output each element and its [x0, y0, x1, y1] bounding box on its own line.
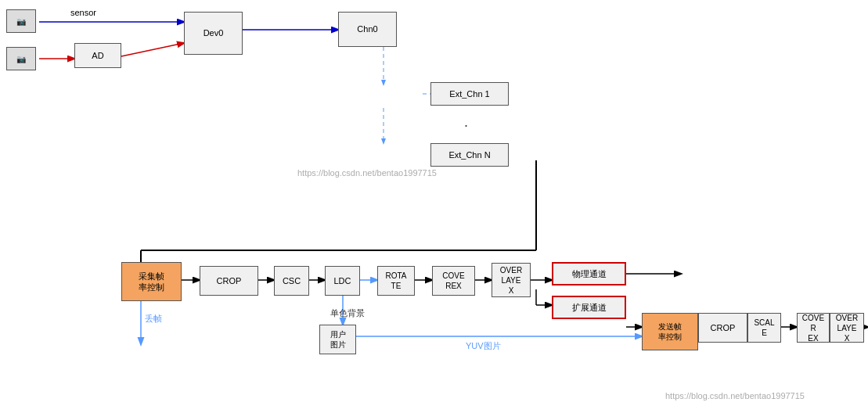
sensor-icon-1: 📷	[6, 9, 36, 33]
physical-channel-box: 物理通道	[552, 262, 626, 286]
svg-line-1	[121, 43, 184, 56]
ext-chnN-box: Ext_Chn N	[430, 143, 509, 167]
yuv-pic-label: YUV图片	[466, 340, 501, 352]
ldc-box: LDC	[325, 266, 360, 296]
user-pic-box: 用户 图片	[319, 325, 356, 354]
diagram-container: 📷 📷 AD Dev0 Chn0 sensor Ext_Chn 1 · Ext_…	[0, 0, 868, 413]
expand-channel-box: 扩展通道	[552, 296, 626, 319]
overlaye-x2-box: OVER LAYE X	[830, 313, 864, 343]
crop2-box: CROP	[698, 313, 747, 343]
crop1-box: CROP	[200, 266, 258, 296]
watermark-bottom: https://blog.csdn.net/bentao1997715	[665, 391, 805, 400]
dot-separator: ·	[464, 117, 468, 134]
mono-bg-label: 单色背景	[330, 307, 365, 319]
dev0-box: Dev0	[184, 12, 243, 55]
watermark-top: https://blog.csdn.net/bentao1997715	[297, 168, 437, 178]
chn0-box: Chn0	[338, 12, 397, 47]
csc-box: CSC	[274, 266, 309, 296]
rotate-box: ROTA TE	[377, 266, 415, 296]
sensor-icon-2: 📷	[6, 47, 36, 70]
sensor-label: sensor	[70, 8, 96, 17]
ext-chn1-box: Ext_Chn 1	[430, 82, 509, 106]
drop-frame-label: 丢帧	[145, 313, 162, 325]
cove-rex-box: COVE REX	[432, 266, 475, 296]
overlaye-x-box: OVER LAYE X	[492, 263, 531, 297]
send-rate-box: 发送帧 率控制	[642, 313, 698, 350]
diagram-svg	[0, 0, 868, 413]
collect-rate-box: 采集帧 率控制	[121, 262, 182, 301]
scale-box: SCAL E	[747, 313, 781, 343]
ad-box: AD	[74, 43, 121, 68]
cove-r-ex-box: COVE R EX	[797, 313, 830, 343]
